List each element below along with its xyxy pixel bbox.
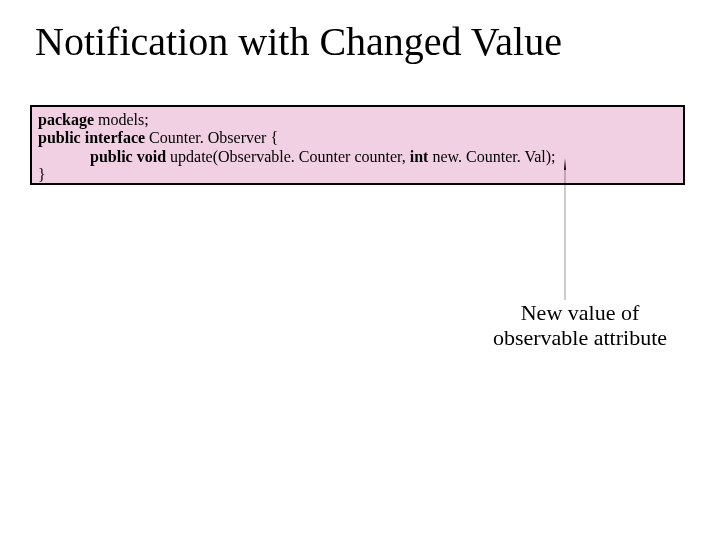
code-text: update(Observable. Counter counter, (170, 148, 410, 165)
code-indent (38, 148, 90, 165)
annotation-line-1: New value of (521, 300, 640, 325)
code-text: new. Counter. Val); (432, 148, 559, 165)
code-text: Counter. Observer { (149, 129, 278, 146)
keyword-package: package (38, 111, 98, 128)
code-line-1: package models; (38, 111, 677, 129)
code-line-3: public void update(Observable. Counter c… (38, 148, 677, 166)
code-line-4: } (38, 166, 677, 184)
keyword-public-void: public void (90, 148, 170, 165)
code-line-2: public interface Counter. Observer { (38, 129, 677, 147)
annotation-text: New value of observable attribute (470, 300, 690, 351)
keyword-int: int (410, 148, 433, 165)
code-text: } (38, 166, 46, 183)
keyword-public-interface: public interface (38, 129, 149, 146)
code-text: models; (98, 111, 153, 128)
code-box: package models; public interface Counter… (30, 105, 685, 185)
annotation-line-2: observable attribute (493, 325, 667, 350)
slide-title: Notification with Changed Value (35, 18, 562, 65)
